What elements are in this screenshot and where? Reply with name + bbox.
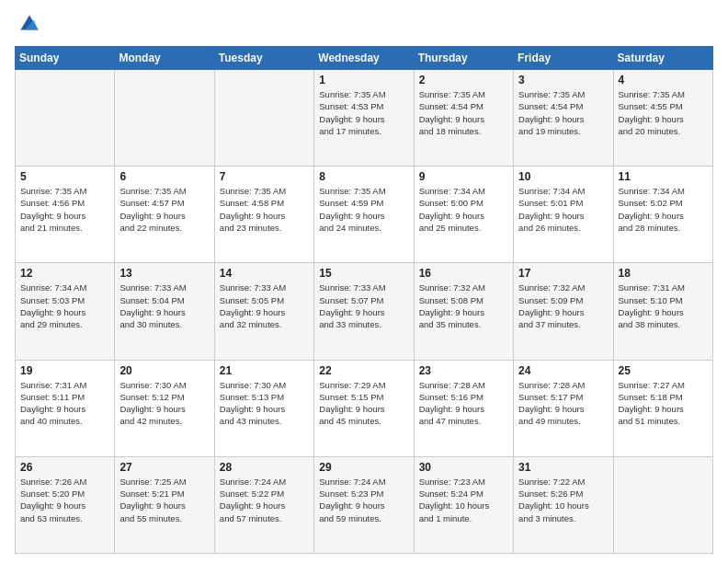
day-info: Sunrise: 7:35 AM Sunset: 4:57 PM Dayligh… <box>119 185 209 234</box>
day-number: 19 <box>20 364 109 377</box>
day-number: 16 <box>419 267 508 280</box>
calendar-cell: 25Sunrise: 7:27 AM Sunset: 5:18 PM Dayli… <box>613 360 712 456</box>
day-number: 21 <box>220 364 309 377</box>
day-number: 13 <box>119 267 209 280</box>
day-header-monday: Monday <box>115 47 214 70</box>
day-number: 31 <box>518 461 608 474</box>
day-number: 2 <box>419 74 508 86</box>
day-number: 24 <box>518 364 608 377</box>
day-info: Sunrise: 7:34 AM Sunset: 5:02 PM Dayligh… <box>619 185 708 234</box>
header-row: SundayMondayTuesdayWednesdayThursdayFrid… <box>16 47 713 70</box>
day-info: Sunrise: 7:32 AM Sunset: 5:09 PM Dayligh… <box>518 282 608 330</box>
calendar-cell: 16Sunrise: 7:32 AM Sunset: 5:08 PM Dayli… <box>414 263 513 360</box>
calendar-cell <box>16 70 115 167</box>
calendar-cell: 11Sunrise: 7:34 AM Sunset: 5:02 PM Dayli… <box>613 167 712 263</box>
calendar-cell: 20Sunrise: 7:30 AM Sunset: 5:12 PM Dayli… <box>115 360 214 456</box>
calendar-cell: 5Sunrise: 7:35 AM Sunset: 4:56 PM Daylig… <box>16 167 115 263</box>
calendar-cell: 15Sunrise: 7:33 AM Sunset: 5:07 PM Dayli… <box>314 263 414 360</box>
day-info: Sunrise: 7:35 AM Sunset: 4:54 PM Dayligh… <box>419 88 508 137</box>
day-number: 17 <box>518 267 608 280</box>
day-info: Sunrise: 7:25 AM Sunset: 5:21 PM Dayligh… <box>119 476 209 524</box>
calendar-cell: 28Sunrise: 7:24 AM Sunset: 5:22 PM Dayli… <box>214 456 313 553</box>
day-number: 29 <box>319 461 408 474</box>
calendar-cell: 19Sunrise: 7:31 AM Sunset: 5:11 PM Dayli… <box>16 360 115 456</box>
day-info: Sunrise: 7:35 AM Sunset: 4:55 PM Dayligh… <box>619 88 708 137</box>
day-number: 11 <box>619 170 708 183</box>
day-number: 4 <box>619 74 708 86</box>
calendar-week-2: 5Sunrise: 7:35 AM Sunset: 4:56 PM Daylig… <box>16 167 713 263</box>
calendar-cell <box>115 70 214 167</box>
day-header-saturday: Saturday <box>613 47 712 70</box>
calendar-week-3: 12Sunrise: 7:34 AM Sunset: 5:03 PM Dayli… <box>16 263 713 360</box>
day-number: 5 <box>20 170 109 183</box>
day-number: 9 <box>419 170 508 183</box>
day-header-sunday: Sunday <box>16 47 115 70</box>
logo <box>15 9 48 39</box>
calendar-week-1: 1Sunrise: 7:35 AM Sunset: 4:53 PM Daylig… <box>16 70 713 167</box>
calendar-cell: 13Sunrise: 7:33 AM Sunset: 5:04 PM Dayli… <box>115 263 214 360</box>
calendar-cell: 22Sunrise: 7:29 AM Sunset: 5:15 PM Dayli… <box>314 360 414 456</box>
calendar-cell <box>613 456 712 553</box>
day-info: Sunrise: 7:33 AM Sunset: 5:07 PM Dayligh… <box>319 282 408 330</box>
day-header-tuesday: Tuesday <box>214 47 313 70</box>
calendar-cell: 3Sunrise: 7:35 AM Sunset: 4:54 PM Daylig… <box>514 70 613 167</box>
day-number: 30 <box>419 461 508 474</box>
calendar-cell: 26Sunrise: 7:26 AM Sunset: 5:20 PM Dayli… <box>16 456 115 553</box>
day-number: 12 <box>20 267 109 280</box>
calendar-table: SundayMondayTuesdayWednesdayThursdayFrid… <box>15 46 713 554</box>
day-info: Sunrise: 7:30 AM Sunset: 5:12 PM Dayligh… <box>119 379 209 428</box>
day-info: Sunrise: 7:31 AM Sunset: 5:11 PM Dayligh… <box>20 379 109 428</box>
day-info: Sunrise: 7:30 AM Sunset: 5:13 PM Dayligh… <box>220 379 309 428</box>
day-number: 27 <box>119 461 209 474</box>
logo-icon <box>15 9 44 39</box>
day-info: Sunrise: 7:27 AM Sunset: 5:18 PM Dayligh… <box>619 379 708 428</box>
calendar-cell: 10Sunrise: 7:34 AM Sunset: 5:01 PM Dayli… <box>514 167 613 263</box>
calendar-cell: 23Sunrise: 7:28 AM Sunset: 5:16 PM Dayli… <box>414 360 513 456</box>
day-number: 28 <box>220 461 309 474</box>
day-number: 14 <box>220 267 309 280</box>
day-info: Sunrise: 7:35 AM Sunset: 4:58 PM Dayligh… <box>220 185 309 234</box>
day-info: Sunrise: 7:24 AM Sunset: 5:23 PM Dayligh… <box>319 476 408 524</box>
calendar-cell: 21Sunrise: 7:30 AM Sunset: 5:13 PM Dayli… <box>214 360 313 456</box>
day-info: Sunrise: 7:35 AM Sunset: 4:59 PM Dayligh… <box>319 185 408 234</box>
day-header-thursday: Thursday <box>414 47 513 70</box>
header <box>15 9 713 39</box>
day-info: Sunrise: 7:24 AM Sunset: 5:22 PM Dayligh… <box>220 476 309 524</box>
calendar-cell: 9Sunrise: 7:34 AM Sunset: 5:00 PM Daylig… <box>414 167 513 263</box>
calendar-cell <box>214 70 313 167</box>
calendar-week-5: 26Sunrise: 7:26 AM Sunset: 5:20 PM Dayli… <box>16 456 713 553</box>
day-info: Sunrise: 7:31 AM Sunset: 5:10 PM Dayligh… <box>619 282 708 330</box>
day-number: 7 <box>220 170 309 183</box>
calendar-cell: 1Sunrise: 7:35 AM Sunset: 4:53 PM Daylig… <box>314 70 414 167</box>
calendar-cell: 24Sunrise: 7:28 AM Sunset: 5:17 PM Dayli… <box>514 360 613 456</box>
day-info: Sunrise: 7:28 AM Sunset: 5:17 PM Dayligh… <box>518 379 608 428</box>
calendar-cell: 8Sunrise: 7:35 AM Sunset: 4:59 PM Daylig… <box>314 167 414 263</box>
day-info: Sunrise: 7:29 AM Sunset: 5:15 PM Dayligh… <box>319 379 408 428</box>
day-header-friday: Friday <box>514 47 613 70</box>
calendar-cell: 14Sunrise: 7:33 AM Sunset: 5:05 PM Dayli… <box>214 263 313 360</box>
day-info: Sunrise: 7:23 AM Sunset: 5:24 PM Dayligh… <box>419 476 508 524</box>
day-number: 15 <box>319 267 408 280</box>
calendar-header: SundayMondayTuesdayWednesdayThursdayFrid… <box>16 47 713 70</box>
calendar-cell: 2Sunrise: 7:35 AM Sunset: 4:54 PM Daylig… <box>414 70 513 167</box>
calendar-cell: 29Sunrise: 7:24 AM Sunset: 5:23 PM Dayli… <box>314 456 414 553</box>
day-number: 3 <box>518 74 608 86</box>
calendar-cell: 27Sunrise: 7:25 AM Sunset: 5:21 PM Dayli… <box>115 456 214 553</box>
day-info: Sunrise: 7:34 AM Sunset: 5:01 PM Dayligh… <box>518 185 608 234</box>
page: SundayMondayTuesdayWednesdayThursdayFrid… <box>0 0 728 563</box>
calendar-cell: 17Sunrise: 7:32 AM Sunset: 5:09 PM Dayli… <box>514 263 613 360</box>
day-info: Sunrise: 7:28 AM Sunset: 5:16 PM Dayligh… <box>419 379 508 428</box>
calendar-week-4: 19Sunrise: 7:31 AM Sunset: 5:11 PM Dayli… <box>16 360 713 456</box>
day-number: 22 <box>319 364 408 377</box>
day-info: Sunrise: 7:22 AM Sunset: 5:26 PM Dayligh… <box>518 476 608 524</box>
day-info: Sunrise: 7:33 AM Sunset: 5:04 PM Dayligh… <box>119 282 209 330</box>
day-info: Sunrise: 7:34 AM Sunset: 5:03 PM Dayligh… <box>20 282 109 330</box>
day-number: 1 <box>319 74 408 86</box>
day-info: Sunrise: 7:32 AM Sunset: 5:08 PM Dayligh… <box>419 282 508 330</box>
day-number: 26 <box>20 461 109 474</box>
calendar-body: 1Sunrise: 7:35 AM Sunset: 4:53 PM Daylig… <box>16 70 713 554</box>
calendar-cell: 30Sunrise: 7:23 AM Sunset: 5:24 PM Dayli… <box>414 456 513 553</box>
calendar-cell: 31Sunrise: 7:22 AM Sunset: 5:26 PM Dayli… <box>514 456 613 553</box>
day-number: 25 <box>619 364 708 377</box>
day-number: 23 <box>419 364 508 377</box>
